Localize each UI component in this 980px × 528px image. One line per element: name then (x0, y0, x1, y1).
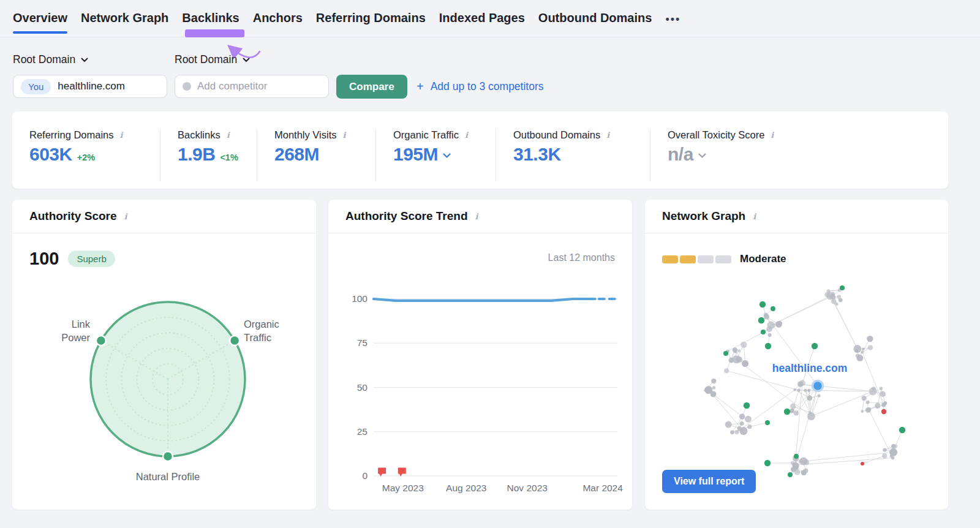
metric-label: Backlinks (178, 129, 221, 141)
info-icon[interactable]: i (474, 211, 480, 222)
metric-outbound-domains: Outbound Domains i 31.3K (496, 129, 650, 181)
metric-value: 603K (29, 145, 72, 164)
root-domain-label: Root Domain (13, 53, 75, 66)
network-node (893, 444, 897, 448)
network-node (872, 387, 876, 391)
add-competitor-input[interactable] (197, 80, 314, 92)
network-node (790, 409, 794, 413)
info-icon[interactable]: i (119, 130, 124, 140)
network-node (866, 401, 870, 404)
more-tabs-menu[interactable]: ••• (665, 11, 680, 26)
network-center-label: healthline.com (772, 362, 848, 374)
trend-period-label: Last 12 months (548, 252, 615, 263)
info-icon[interactable]: i (769, 130, 775, 140)
tab-indexed-pages[interactable]: Indexed Pages (439, 11, 525, 34)
metric-monthly-visits: Monthly Visits i 268M (257, 129, 376, 181)
competitor-field[interactable] (175, 75, 329, 98)
root-domain-selector-competitor[interactable]: Root Domain (175, 53, 250, 66)
tab-outbound-domains[interactable]: Outbound Domains (538, 11, 652, 34)
network-node (804, 459, 809, 465)
y-axis-tick: 0 (362, 470, 368, 481)
network-node (739, 413, 745, 419)
network-node (775, 321, 782, 328)
plus-icon: + (417, 80, 424, 94)
network-node-green (765, 420, 770, 425)
google-update-flag-icon[interactable] (378, 468, 386, 477)
network-node (807, 389, 810, 392)
nav-divider (0, 37, 980, 37)
network-node (818, 394, 821, 397)
tab-backlinks[interactable]: Backlinks (182, 11, 239, 34)
metric-label: Monthly Visits (274, 129, 336, 141)
info-icon[interactable]: i (123, 211, 129, 222)
network-node-green (758, 317, 764, 323)
authority-score-header: Authority Score i (12, 200, 316, 233)
network-node (809, 411, 812, 414)
info-icon[interactable]: i (225, 130, 231, 140)
network-node-green (764, 460, 771, 466)
network-node-green (723, 351, 728, 356)
root-domain-selector-you[interactable]: Root Domain (13, 53, 88, 66)
metric-label: Referring Domains (29, 129, 114, 141)
network-node (837, 295, 841, 299)
network-node (747, 424, 752, 429)
network-node (733, 347, 737, 352)
network-node (868, 345, 873, 350)
info-icon[interactable]: i (605, 130, 611, 140)
network-node (827, 289, 831, 293)
network-graph-visualization[interactable]: healthline.com (648, 270, 946, 497)
network-node (804, 389, 807, 392)
network-node (891, 456, 895, 460)
network-node-green (794, 454, 799, 459)
google-update-flag-icon[interactable] (398, 468, 406, 477)
tab-anchors[interactable]: Anchors (253, 11, 303, 34)
network-node-green (840, 285, 845, 290)
trend-header: Authority Score Trend i (328, 200, 632, 233)
gauge-segment (698, 255, 714, 263)
network-node (711, 379, 716, 383)
chevron-down-icon[interactable] (443, 150, 451, 164)
network-node (725, 421, 732, 428)
tab-referring-domains[interactable]: Referring Domains (316, 11, 426, 34)
radar-axis-dot (96, 336, 106, 345)
network-node (742, 360, 748, 367)
tab-network-graph[interactable]: Network Graph (81, 11, 168, 34)
network-node (881, 402, 886, 407)
network-graph-header: Network Graph i (645, 200, 948, 233)
network-node-green (744, 402, 750, 409)
card-title: Network Graph (662, 209, 745, 223)
network-node (882, 453, 887, 458)
network-risk-gauge (662, 255, 731, 263)
compare-button[interactable]: Compare (336, 75, 407, 99)
you-domain-field[interactable]: You healthline.com (13, 75, 167, 98)
nav-tabs: OverviewNetwork GraphBacklinksAnchorsRef… (13, 11, 680, 34)
network-node (801, 470, 807, 475)
network-node (790, 404, 796, 409)
tab-overview[interactable]: Overview (13, 11, 67, 34)
network-node-green (771, 306, 775, 311)
metric-value: 268M (274, 145, 319, 164)
network-node (867, 336, 873, 342)
add-competitors-link[interactable]: + Add up to 3 competitors (417, 80, 544, 94)
network-node-green (812, 343, 818, 349)
network-node (861, 350, 864, 353)
favicon-placeholder-icon (183, 82, 191, 91)
backlink-analytics-page: { "icons": { "info": "i", "more": "•••" … (0, 0, 980, 528)
metric-referring-domains: Referring Domains i 603K +2% (12, 129, 160, 181)
chevron-down-icon[interactable] (698, 150, 706, 164)
network-node (794, 410, 799, 415)
network-node (740, 421, 744, 426)
network-node (736, 356, 742, 363)
network-node-green (765, 343, 771, 349)
view-full-report-button[interactable]: View full report (662, 470, 756, 493)
info-icon[interactable]: i (752, 211, 757, 222)
network-node (831, 293, 835, 297)
gauge-segment (680, 255, 696, 263)
info-icon[interactable]: i (464, 130, 469, 140)
network-node (799, 459, 803, 464)
network-node-green (899, 427, 905, 433)
info-icon[interactable]: i (341, 130, 347, 140)
network-node (766, 326, 772, 333)
radar-label-organic-traffic: Organic (244, 319, 279, 330)
network-node (875, 403, 880, 409)
